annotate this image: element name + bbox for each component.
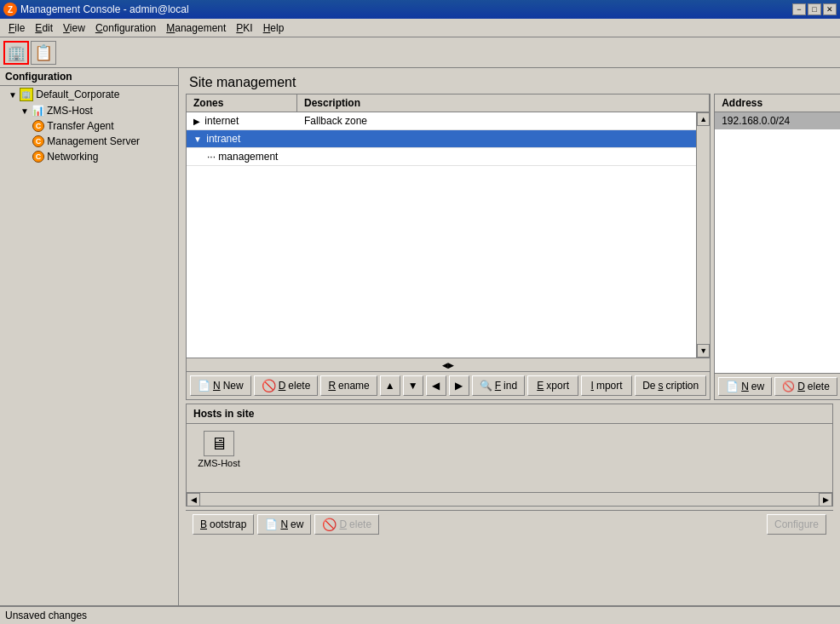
- corp-icon: 🏢: [20, 88, 33, 101]
- title-bar-buttons: − □ ✕: [792, 3, 837, 15]
- menu-pki[interactable]: PKI: [231, 20, 257, 36]
- address-list[interactable]: 192.168.0.0/24 ▲ ▼: [715, 112, 840, 373]
- close-button[interactable]: ✕: [823, 3, 837, 15]
- mgmt-server-icon: C: [32, 135, 44, 147]
- host-icon-zms: 🖥: [204, 431, 234, 456]
- menu-configuration[interactable]: Configuration: [90, 20, 161, 36]
- left-panel: Configuration ▼ 🏢 Default_Corporate ▼ 📊 …: [0, 68, 179, 605]
- menu-management[interactable]: Management: [161, 20, 231, 36]
- menu-view[interactable]: View: [58, 20, 90, 36]
- host-item-zms[interactable]: 🖥 ZMS-Host: [193, 431, 245, 468]
- zone-desc-button[interactable]: Description: [635, 375, 706, 396]
- zones-cell-mgmt-desc: [297, 148, 710, 165]
- content-panel: Site management Zones Description ▶: [179, 68, 840, 605]
- address-header: Address: [715, 94, 840, 112]
- config-icon: 📋: [34, 43, 53, 62]
- zone-delete-button[interactable]: 🚫 Delete: [254, 375, 319, 396]
- transfer-agent-label: Transfer Agent: [47, 120, 113, 132]
- zones-panel: Zones Description ▶ internet Fallback zo…: [186, 94, 711, 400]
- hscroll-arrow: ◀▶: [442, 361, 454, 369]
- host-label-zms: ZMS-Host: [198, 458, 240, 468]
- toolbar-config-button[interactable]: 📋: [31, 41, 56, 65]
- hosts-hscrollbar[interactable]: ◀ ▶: [187, 492, 832, 506]
- host-computer-icon: 🖥: [210, 434, 227, 454]
- title-bar: Z Management Console - admin@local − □ ✕: [0, 0, 840, 19]
- tree-item-transfer-agent[interactable]: C Transfer Agent: [0, 118, 178, 134]
- address-panel: Address 192.168.0.0/24 ▲ ▼ 📄 Ne: [714, 94, 840, 400]
- zones-header: Zones Description: [187, 94, 710, 112]
- hscroll-right[interactable]: ▶: [819, 493, 832, 507]
- networking-icon: C: [32, 151, 44, 163]
- zones-hscroll[interactable]: ◀▶: [187, 358, 710, 371]
- hosts-new-icon: 📄: [265, 518, 278, 530]
- menu-help[interactable]: Help: [258, 20, 290, 36]
- window-title: Management Console - admin@local: [20, 3, 189, 15]
- status-text: Unsaved changes: [5, 610, 87, 621]
- addr-new-icon: 📄: [726, 381, 739, 392]
- zone-rename-button[interactable]: Rename: [320, 375, 377, 396]
- zone-right-button[interactable]: ▶: [449, 375, 469, 396]
- hosts-new-button[interactable]: 📄 New: [257, 514, 311, 535]
- site-mgmt-icon: 🏢: [7, 43, 26, 62]
- config-panel-title: Configuration: [0, 68, 178, 86]
- scroll-down-arrow[interactable]: ▼: [697, 344, 710, 358]
- zone-new-icon: 📄: [198, 380, 210, 392]
- toolbar-site-mgmt-button[interactable]: 🏢: [3, 41, 29, 65]
- zones-scrollbar[interactable]: ▲ ▼: [696, 112, 710, 358]
- hosts-content: 🖥 ZMS-Host: [187, 424, 832, 492]
- addr-delete-icon: 🚫: [782, 381, 795, 392]
- tree-item-zms-host[interactable]: ▼ 📊 ZMS-Host: [0, 103, 178, 118]
- zones-row-intranet[interactable]: ▼ intranet: [187, 130, 710, 148]
- zone-delete-icon: 🚫: [262, 379, 276, 392]
- menu-edit[interactable]: Edit: [30, 20, 58, 36]
- zone-find-button[interactable]: 🔍 Find: [472, 375, 525, 396]
- zone-export-button[interactable]: Export: [527, 375, 578, 396]
- address-row-1[interactable]: 192.168.0.0/24: [715, 112, 840, 129]
- zones-cell-internet-name: ▶ internet: [187, 112, 297, 129]
- hosts-delete-icon: 🚫: [322, 518, 337, 531]
- zones-address-row: Zones Description ▶ internet Fallback zo…: [186, 94, 833, 400]
- tree-item-mgmt-server[interactable]: C Management Server: [0, 134, 178, 149]
- tree-item-networking[interactable]: C Networking: [0, 149, 178, 164]
- address-toolbar: 📄 New 🚫 Delete ✏️ Edit: [715, 373, 840, 399]
- zones-cell-intranet-desc: [297, 130, 710, 147]
- configure-button[interactable]: Configure: [767, 514, 826, 535]
- corp-label: Default_Corporate: [36, 89, 119, 100]
- status-bar: Unsaved changes: [0, 605, 840, 624]
- zone-new-button[interactable]: 📄 NNew: [190, 375, 251, 396]
- maximize-button[interactable]: □: [808, 3, 821, 15]
- bottom-toolbar: Bootstrap 📄 New 🚫 Delete Configure: [186, 510, 833, 538]
- minimize-button[interactable]: −: [792, 3, 806, 15]
- zones-cell-mgmt-name: ··· management: [187, 148, 297, 165]
- site-mgmt-area: Zones Description ▶ internet Fallback zo…: [179, 94, 840, 605]
- internet-arrow: ▶: [193, 117, 200, 126]
- zones-scroll[interactable]: ▶ internet Fallback zone ▼ intranet: [187, 112, 710, 358]
- zones-cell-internet-desc: Fallback zone: [297, 112, 710, 129]
- networking-label: Networking: [47, 151, 98, 163]
- hscroll-left[interactable]: ◀: [187, 493, 200, 507]
- content-title: Site management: [179, 68, 840, 94]
- bootstrap-button[interactable]: Bootstrap: [193, 514, 254, 535]
- zone-down-button[interactable]: ▼: [403, 375, 423, 396]
- addr-new-button[interactable]: 📄 New: [718, 377, 772, 396]
- hosts-delete-button[interactable]: 🚫 Delete: [314, 514, 379, 535]
- zone-up-button[interactable]: ▲: [380, 375, 400, 396]
- scroll-up-arrow[interactable]: ▲: [697, 112, 710, 126]
- menu-bar: File Edit View Configuration Management …: [0, 19, 840, 37]
- menu-file[interactable]: File: [3, 20, 30, 36]
- zones-cell-intranet-name: ▼ intranet: [187, 130, 297, 147]
- find-icon: 🔍: [480, 380, 492, 392]
- intranet-arrow: ▼: [193, 135, 202, 144]
- tree-item-default-corp[interactable]: ▼ 🏢 Default_Corporate: [0, 86, 178, 103]
- zones-row-management[interactable]: ··· management: [187, 148, 710, 166]
- addr-delete-button[interactable]: 🚫 Delete: [774, 377, 837, 396]
- zones-row-internet[interactable]: ▶ internet Fallback zone: [187, 112, 710, 130]
- tree-arrow-zms: ▼: [20, 106, 29, 116]
- mgmt-server-label: Management Server: [47, 135, 140, 147]
- zone-import-button[interactable]: Import: [581, 375, 632, 396]
- transfer-agent-icon: C: [32, 120, 44, 132]
- zone-left-button[interactable]: ◀: [426, 375, 446, 396]
- zms-host-label: ZMS-Host: [47, 105, 93, 117]
- hosts-section: Hosts in site 🖥 ZMS-Host ◀ ▶: [186, 404, 833, 507]
- zms-host-icon: 📊: [32, 105, 44, 117]
